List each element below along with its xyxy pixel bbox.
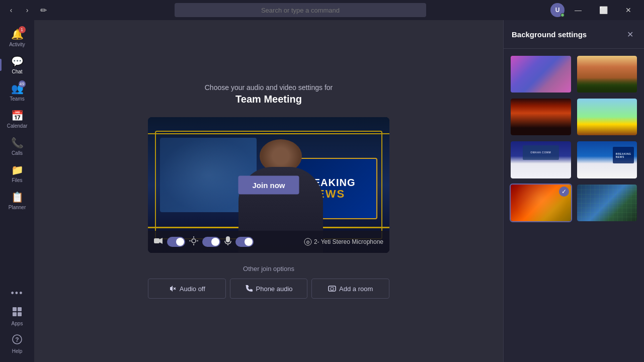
bg-thumb-map-inner <box>577 185 637 221</box>
room-icon <box>328 285 336 293</box>
video-controls-bar: ⚙ 2- Yeti Stereo Microphone <box>148 231 389 253</box>
svg-text:?: ? <box>15 336 19 343</box>
sidebar-item-calendar-label: Calendar <box>7 123 28 129</box>
svg-rect-20 <box>331 288 334 290</box>
join-now-button[interactable]: Join now <box>238 176 299 195</box>
background-settings-panel: Background settings ✕ <box>503 20 644 362</box>
avatar-status <box>560 13 565 17</box>
mic-toggle[interactable] <box>235 237 254 247</box>
help-icon: ? <box>12 334 22 347</box>
bg-panel-header: Background settings ✕ <box>504 20 644 49</box>
files-icon: 📁 <box>11 164 24 176</box>
sidebar-item-planner[interactable]: 📋 Planner <box>0 187 34 214</box>
sidebar-item-calendar[interactable]: 📅 Calendar <box>0 106 34 133</box>
svg-point-8 <box>192 239 196 243</box>
audio-off-button[interactable]: Audio off <box>148 279 226 299</box>
svg-marker-7 <box>159 238 163 244</box>
bg-thumb-canyon[interactable] <box>576 55 638 94</box>
camera-toggle[interactable] <box>167 237 185 247</box>
calendar-icon: 📅 <box>11 110 24 122</box>
minimize-button[interactable]: — <box>567 2 590 18</box>
sidebar-item-calls[interactable]: 📞 Calls <box>0 133 34 160</box>
sidebar-item-activity[interactable]: 🔔 1 Activity <box>0 24 34 51</box>
title-bar-right: U — ⬜ ✕ <box>550 2 640 18</box>
calls-icon: 📞 <box>11 137 24 149</box>
bg-thumb-studio2-inner: BREAKINGNEWS <box>577 141 637 178</box>
sidebar-item-chat[interactable]: 💬 Chat <box>0 51 34 78</box>
avatar[interactable]: U <box>550 3 565 17</box>
mic-label: ⚙ 2- Yeti Stereo Microphone <box>304 238 383 246</box>
add-room-button[interactable]: Add a room <box>311 279 389 299</box>
bg-thumb-canyon-inner <box>577 56 637 93</box>
mic-toggle-knob <box>245 238 253 246</box>
sidebar-item-chat-label: Chat <box>12 69 22 74</box>
close-button[interactable]: ✕ <box>617 2 640 18</box>
bg-thumb-autumn[interactable] <box>510 98 572 136</box>
audio-off-icon <box>169 285 177 293</box>
bg-thumb-studio2[interactable]: BREAKINGNEWS <box>576 140 638 179</box>
svg-text:⚙: ⚙ <box>306 240 310 245</box>
chat-icon: 💬 <box>11 55 24 67</box>
sidebar-item-files[interactable]: 📁 Files <box>0 160 34 187</box>
sidebar-item-teams[interactable]: 👥 49 Teams <box>0 78 34 106</box>
bg-panel-close-button[interactable]: ✕ <box>624 28 636 40</box>
search-input[interactable] <box>175 3 426 17</box>
maximize-button[interactable]: ⬜ <box>592 2 615 18</box>
phone-audio-button[interactable]: Phone audio <box>230 279 308 299</box>
sidebar-item-help[interactable]: ? Help <box>0 330 34 358</box>
sidebar-item-apps[interactable]: Apps <box>0 303 34 330</box>
other-options-title: Other join options <box>148 265 389 273</box>
video-preview: Join now <box>148 117 389 253</box>
sidebar: 🔔 1 Activity 💬 Chat 👥 49 Teams 📅 Calenda… <box>0 20 34 362</box>
add-room-label: Add a room <box>339 285 373 293</box>
phone-audio-label: Phone audio <box>256 285 293 293</box>
bg-thumb-map[interactable] <box>576 184 638 222</box>
content-area: Choose your audio and video settings for… <box>34 20 644 362</box>
background-grid: OMAHA COMM BREAKINGNEWS ✓ <box>504 49 644 228</box>
microphone-icon <box>224 236 231 247</box>
svg-rect-6 <box>154 238 159 243</box>
main-layout: 🔔 1 Activity 💬 Chat 👥 49 Teams 📅 Calenda… <box>0 20 644 362</box>
compose-button[interactable]: ✏ <box>36 3 50 17</box>
title-bar: ‹ › ✏ U — ⬜ ✕ <box>0 0 644 20</box>
options-row: Audio off Phone audio Add a room <box>148 279 389 299</box>
bg-thumb-pizza[interactable]: ✓ <box>510 184 572 222</box>
svg-rect-1 <box>18 307 22 311</box>
bg-thumb-autumn-inner <box>511 99 571 135</box>
bg-thumb-galaxy-inner <box>511 56 571 93</box>
meeting-subtitle: Choose your audio and video settings for <box>205 83 333 92</box>
svg-rect-3 <box>18 312 22 316</box>
effects-icon <box>189 236 198 247</box>
selected-check-mark: ✓ <box>559 187 569 197</box>
title-bar-left: ‹ › ✏ <box>4 3 50 17</box>
bg-thumb-studio1[interactable]: OMAHA COMM <box>510 140 572 179</box>
mic-label-text: 2- Yeti Stereo Microphone <box>314 238 383 245</box>
sidebar-item-apps-label: Apps <box>12 321 23 326</box>
teams-badge: 49 <box>19 80 26 87</box>
phone-icon <box>245 285 253 293</box>
main-content: Choose your audio and video settings for… <box>34 20 503 362</box>
sidebar-item-more[interactable]: ••• <box>0 284 34 303</box>
bg-thumb-studio1-inner: OMAHA COMM <box>511 141 571 178</box>
more-icon: ••• <box>11 288 24 299</box>
activity-icon: 🔔 1 <box>11 28 24 40</box>
bg-panel-title: Background settings <box>512 30 587 39</box>
sidebar-item-calls-label: Calls <box>12 150 23 156</box>
sidebar-item-teams-label: Teams <box>10 96 24 102</box>
svg-rect-2 <box>13 312 17 316</box>
forward-button[interactable]: › <box>20 3 34 17</box>
sidebar-item-activity-label: Activity <box>9 42 25 47</box>
other-join-options: Other join options Audio off <box>148 265 389 299</box>
audio-off-label: Audio off <box>180 285 205 293</box>
bg-thumb-cartoon-inner <box>577 99 637 135</box>
camera-icon <box>154 237 163 246</box>
effects-toggle[interactable] <box>202 237 220 247</box>
effects-toggle-knob <box>211 238 219 246</box>
bg-thumb-cartoon[interactable] <box>576 98 638 136</box>
sidebar-item-help-label: Help <box>12 348 23 354</box>
svg-rect-13 <box>226 236 230 242</box>
apps-icon <box>12 307 22 319</box>
bg-thumb-galaxy[interactable] <box>510 55 572 94</box>
back-button[interactable]: ‹ <box>4 3 18 17</box>
camera-toggle-knob <box>176 238 184 246</box>
